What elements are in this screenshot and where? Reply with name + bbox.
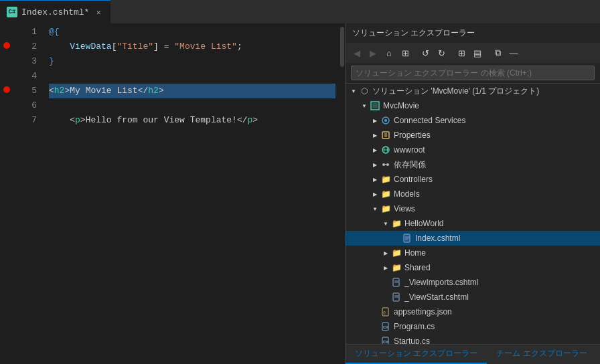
- line5-gt2: >: [159, 84, 164, 98]
- toolbar-collapse-button[interactable]: ―: [506, 46, 521, 60]
- line2-viewdata: ViewData: [70, 39, 111, 54]
- toolbar-back-button[interactable]: ◀: [350, 46, 364, 60]
- tree-item-startup[interactable]: C# Startup.cs: [346, 334, 600, 344]
- line7-lt1: <: [70, 113, 75, 128]
- code-area[interactable]: @{ ViewData["Title"] = "Movie List"; } <…: [44, 23, 335, 364]
- footer-tab-team[interactable]: チーム エクスプローラー: [487, 345, 596, 364]
- toolbar-sync-button[interactable]: ⊞: [398, 46, 412, 60]
- helloworld-label: HelloWorld: [404, 219, 443, 228]
- file-tab-icon: C#: [7, 7, 17, 17]
- editor-wrapper: 1 2 3 4 5 6 7 @{ ViewData["Title"] = "Mo…: [0, 23, 345, 364]
- code-line-4: [49, 69, 335, 84]
- expand-appsettings-icon: [370, 306, 380, 317]
- toolbar-refresh-button[interactable]: ↻: [434, 46, 449, 60]
- line2-value: "Movie List": [174, 39, 237, 54]
- tree-item-wwwroot[interactable]: ▶ wwwroot: [346, 143, 600, 157]
- line5-lt2: </: [138, 84, 149, 98]
- gutter-line-1: [0, 23, 13, 38]
- line7-p-close: p: [248, 113, 253, 128]
- line-num-6: 6: [13, 98, 37, 113]
- expand-solution-icon: ▼: [348, 86, 359, 96]
- tree-item-viewstart[interactable]: _ViewStart.cshtml: [346, 290, 600, 304]
- expand-models-icon: ▶: [370, 189, 380, 199]
- toolbar-filter-button[interactable]: ▤: [470, 46, 485, 60]
- home-label: Home: [404, 248, 426, 258]
- svg-point-11: [382, 163, 385, 166]
- editor-pane: 1 2 3 4 5 6 7 @{ ViewData["Title"] = "Mo…: [0, 23, 345, 364]
- index-cshtml-label: Index.cshtml: [415, 234, 460, 243]
- line7-text: Hello from our View Template!: [86, 113, 237, 128]
- expand-program-icon: [370, 321, 380, 332]
- line7-p-open: p: [75, 113, 80, 128]
- code-line-2: ViewData["Title"] = "Movie List";: [49, 39, 335, 54]
- toolbar-properties-button[interactable]: ⧉: [490, 46, 505, 60]
- tree-item-helloworld[interactable]: ▼ 📁 HelloWorld: [346, 216, 600, 231]
- tree-item-index-cshtml[interactable]: Index.cshtml: [346, 231, 600, 246]
- tree-item-dep[interactable]: ▶ 依存関係: [346, 157, 600, 172]
- expand-home-icon: ▶: [380, 248, 391, 258]
- svg-rect-1: [372, 103, 378, 108]
- toolbar-undo-button[interactable]: ↺: [418, 46, 433, 60]
- tree-item-properties[interactable]: ▶ Properties: [346, 128, 600, 143]
- line7-gt2: >: [252, 113, 258, 128]
- svg-text:{}: {}: [383, 310, 386, 314]
- svg-point-12: [386, 163, 389, 166]
- line7-gt1: >: [80, 113, 86, 128]
- views-folder-icon: 📁: [380, 203, 391, 214]
- project-icon: [370, 100, 380, 111]
- models-folder-icon: 📁: [380, 189, 391, 199]
- tree-item-project[interactable]: ▼ MvcMovie: [346, 98, 600, 113]
- footer-tab-solution-label: ソリューション エクスプローラー: [355, 349, 477, 358]
- code-line-6: [49, 98, 335, 113]
- line2-op: =: [159, 39, 174, 54]
- appsettings-label: appsettings.json: [394, 307, 452, 316]
- views-label: Views: [394, 204, 415, 213]
- tree-item-home[interactable]: ▶ 📁 Home: [346, 246, 600, 260]
- code-line-3: }: [49, 54, 335, 69]
- solution-label: ソリューション 'MvcMovie' (1/1 プロジェクト): [372, 86, 539, 97]
- line2-key: "Title": [117, 39, 153, 54]
- tree-item-solution[interactable]: ▼ ⬡ ソリューション 'MvcMovie' (1/1 プロジェクト): [346, 84, 600, 98]
- toolbar-forward-button[interactable]: ▶: [366, 46, 380, 60]
- dep-icon: [380, 159, 391, 170]
- gutter-line-3: [0, 53, 13, 68]
- tree-item-models[interactable]: ▶ 📁 Models: [346, 187, 600, 201]
- editor-scroll-thumb: [340, 27, 344, 67]
- code-line-7: <p>Hello from our View Template!</p>: [49, 113, 335, 128]
- appsettings-icon: {}: [380, 306, 391, 317]
- viewstart-icon: [391, 292, 402, 302]
- tree-item-program[interactable]: C# Program.cs: [346, 319, 600, 334]
- expand-properties-icon: ▶: [370, 130, 380, 141]
- tree-item-viewimports[interactable]: _ViewImports.cshtml: [346, 275, 600, 290]
- helloworld-folder-icon: 📁: [391, 218, 402, 229]
- file-tab[interactable]: C# Index.cshtml* ✕: [0, 0, 110, 23]
- tree-item-views[interactable]: ▼ 📁 Views: [346, 201, 600, 216]
- line5-lt1: <: [49, 84, 54, 98]
- tree-area[interactable]: ▼ ⬡ ソリューション 'MvcMovie' (1/1 プロジェクト) ▼ Mv…: [346, 84, 600, 344]
- tree-item-shared[interactable]: ▶ 📁 Shared: [346, 260, 600, 275]
- footer-tab-solution[interactable]: ソリューション エクスプローラー: [346, 345, 487, 364]
- svg-point-3: [384, 119, 387, 122]
- shared-label: Shared: [404, 263, 431, 272]
- search-input[interactable]: [351, 66, 595, 80]
- wwwroot-icon: [380, 145, 391, 155]
- svg-text:C#: C#: [383, 325, 388, 329]
- expand-viewstart-icon: [380, 292, 391, 302]
- wwwroot-label: wwwroot: [394, 145, 425, 155]
- gutter-line-5: [0, 82, 13, 97]
- tree-item-appsettings[interactable]: {} appsettings.json: [346, 304, 600, 319]
- viewimports-icon: [391, 277, 402, 288]
- line1-razor: @{: [49, 25, 60, 39]
- code-line-1: @{: [49, 25, 335, 39]
- controllers-folder-icon: 📁: [380, 174, 391, 185]
- toolbar-grid-button[interactable]: ⊞: [454, 46, 469, 60]
- tab-close-button[interactable]: ✕: [93, 7, 104, 17]
- editor-scrollbar[interactable]: [335, 23, 345, 364]
- tree-item-controllers[interactable]: ▶ 📁 Controllers: [346, 172, 600, 187]
- solution-explorer-title-text: ソリューション エクスプローラー: [352, 28, 475, 37]
- models-label: Models: [394, 189, 420, 199]
- gutter-line-2: [0, 38, 13, 53]
- startup-cs-icon: C#: [380, 336, 391, 344]
- toolbar-home-button[interactable]: ⌂: [382, 46, 396, 60]
- tree-item-connected[interactable]: ▶ Connected Services: [346, 113, 600, 128]
